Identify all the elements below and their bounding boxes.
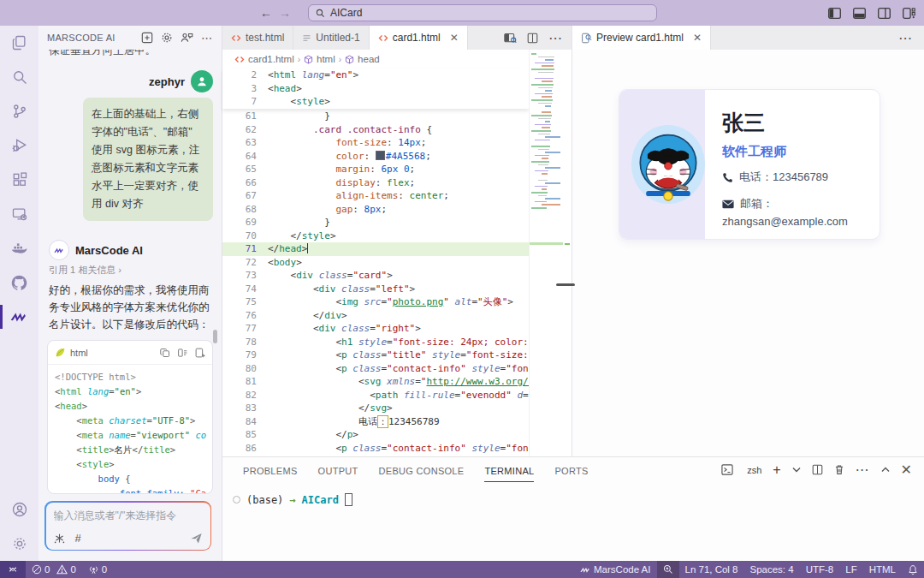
code-line[interactable]: 66 display: flex; (222, 176, 529, 190)
toggle-panel-icon[interactable] (853, 8, 866, 19)
code-line[interactable]: 70 </style> (222, 229, 529, 243)
code-line[interactable]: 85 </p> (222, 428, 529, 442)
split-editor-icon[interactable] (527, 33, 538, 44)
feedback-icon[interactable] (181, 32, 193, 44)
chat-settings-gear-icon[interactable] (161, 32, 173, 44)
code-line[interactable]: 76 </div> (222, 309, 529, 323)
code-line[interactable]: 81 <svg xmlns="http://www.w3.org/200 (222, 375, 529, 389)
code-line[interactable]: 77 <div class="right"> (222, 322, 529, 336)
source-control-icon[interactable] (0, 94, 38, 128)
chat-code-line: <title>名片</title> (55, 443, 205, 457)
code-line[interactable]: 71</head> (222, 242, 529, 256)
zoom-status-icon[interactable] (657, 561, 679, 578)
forward-arrow-icon[interactable]: → (275, 6, 294, 20)
panel-more-icon[interactable]: ⋯ (856, 462, 870, 478)
panel-tab-terminal[interactable]: TERMINAL (484, 461, 534, 482)
extensions-icon[interactable] (0, 163, 38, 197)
run-debug-icon[interactable] (0, 128, 38, 163)
marscode-ai-icon[interactable] (0, 300, 38, 334)
code-line[interactable]: 61 } (222, 110, 529, 123)
code-line[interactable]: 86 <p class="contact-info" style="font-s (222, 442, 529, 456)
code-line[interactable]: 3<head> (222, 82, 529, 96)
tab-test-html[interactable]: test.html (222, 26, 293, 50)
toggle-sidebar-left-icon[interactable] (828, 8, 841, 19)
settings-gear-icon[interactable] (0, 527, 38, 561)
insert-file-icon[interactable] (195, 348, 205, 358)
terminal-dropdown-icon[interactable] (792, 467, 801, 473)
encoding[interactable]: UTF-8 (800, 561, 840, 578)
tab-card1-html[interactable]: card1.html✕ (370, 26, 468, 50)
search-sidebar-icon[interactable] (0, 60, 38, 94)
code-line[interactable]: 73 <div class="card"> (222, 269, 529, 283)
minimap[interactable] (529, 50, 564, 456)
ports-status[interactable]: 0 (82, 561, 113, 578)
new-terminal-icon[interactable]: + (773, 462, 780, 478)
open-preview-icon[interactable] (504, 33, 517, 44)
kill-terminal-icon[interactable] (834, 464, 844, 475)
context-hash-icon[interactable]: # (75, 532, 81, 545)
close-tab-icon[interactable]: ✕ (693, 32, 702, 44)
code-line[interactable]: 83 </svg> (222, 402, 529, 415)
send-icon[interactable] (190, 532, 203, 545)
command-center-search[interactable]: AICard (308, 4, 657, 21)
indentation[interactable]: Spaces: 4 (744, 561, 800, 578)
chat-message-input[interactable] (54, 509, 203, 521)
code-line[interactable]: 62 .card .contact-info { (222, 123, 529, 137)
language-mode[interactable]: HTML (863, 561, 902, 578)
notifications-bell-icon[interactable] (902, 561, 924, 578)
code-line[interactable]: 7 <style> (222, 95, 529, 109)
code-line[interactable]: 67 align-items: center; (222, 189, 529, 203)
user-avatar[interactable] (191, 70, 213, 92)
code-line[interactable]: 75 <img src="photo.png" alt="头像"> (222, 295, 529, 309)
code-line[interactable]: 79 <p class="title" style="font-size: 16 (222, 349, 529, 362)
chat-scrollbar[interactable] (213, 330, 217, 343)
code-line[interactable]: 82 <path fill-rule="evenodd" d="M1 (222, 389, 529, 402)
code-editor[interactable]: 61 }62 .card .contact-info {63 font-size… (222, 110, 529, 455)
apply-code-icon[interactable] (177, 348, 188, 358)
cursor-position[interactable]: Ln 71, Col 8 (679, 561, 744, 578)
panel-tab-debug-console[interactable]: DEBUG CONSOLE (379, 461, 465, 481)
tab-preview-card1[interactable]: Preview card1.html ✕ (572, 26, 711, 50)
scrollbar-handle[interactable] (556, 283, 575, 286)
close-tab-icon[interactable]: ✕ (450, 32, 459, 44)
code-line[interactable]: 74 <div class="left"> (222, 283, 529, 296)
problems-status[interactable]: 0 0 (26, 561, 82, 578)
panel-tab-ports[interactable]: PORTS (554, 461, 588, 481)
terminal-prompt[interactable]: (base) → AICard (233, 493, 352, 506)
split-terminal-icon[interactable] (812, 464, 823, 475)
chat-more-icon[interactable]: ⋯ (201, 32, 213, 45)
code-line[interactable]: 2<html lang="en"> (222, 69, 529, 82)
account-icon[interactable] (0, 492, 38, 527)
toggle-sidebar-right-icon[interactable] (878, 8, 891, 19)
code-line[interactable]: 63 font-size: 14px; (222, 136, 529, 150)
breadcrumb[interactable]: card1.html› html› head (222, 50, 572, 69)
remote-indicator[interactable] (0, 561, 26, 578)
code-line[interactable]: 64 color: #4A5568; (222, 150, 529, 164)
skills-icon[interactable] (54, 533, 65, 544)
github-icon[interactable] (0, 265, 38, 300)
code-line[interactable]: 78 <h1 style="font-size: 24px; color: (222, 336, 529, 349)
tab-untitled-1[interactable]: Untitled-1 (293, 26, 369, 50)
code-line[interactable]: 65 margin: 6px 0; (222, 163, 529, 176)
docker-icon[interactable] (0, 231, 38, 265)
code-line[interactable]: 69 } (222, 216, 529, 229)
remote-explorer-icon[interactable] (0, 197, 38, 231)
maximize-panel-icon[interactable] (881, 467, 890, 473)
panel-tab-output[interactable]: OUTPUT (318, 461, 358, 481)
reference-link[interactable]: 引用 1 相关信息 › (49, 264, 222, 277)
copy-code-icon[interactable] (160, 348, 170, 358)
new-chat-icon[interactable] (141, 32, 153, 44)
code-line[interactable]: 84 电话：123456789 (222, 415, 529, 429)
panel-tab-problems[interactable]: PROBLEMS (243, 461, 298, 481)
explorer-icon[interactable] (0, 26, 38, 60)
customize-layout-icon[interactable] (903, 8, 915, 19)
back-arrow-icon[interactable]: ← (257, 6, 275, 20)
eol-sequence[interactable]: LF (839, 561, 862, 578)
code-line[interactable]: 80 <p class="contact-info" style="font-s (222, 362, 529, 376)
preview-more-icon[interactable]: ⋯ (886, 26, 924, 50)
code-line[interactable]: 72<body> (222, 256, 529, 270)
editor-more-icon[interactable]: ⋯ (548, 30, 563, 46)
marscode-status[interactable]: MarsCode AI (574, 561, 656, 578)
close-panel-icon[interactable]: ✕ (901, 462, 912, 478)
code-line[interactable]: 68 gap: 8px; (222, 203, 529, 217)
